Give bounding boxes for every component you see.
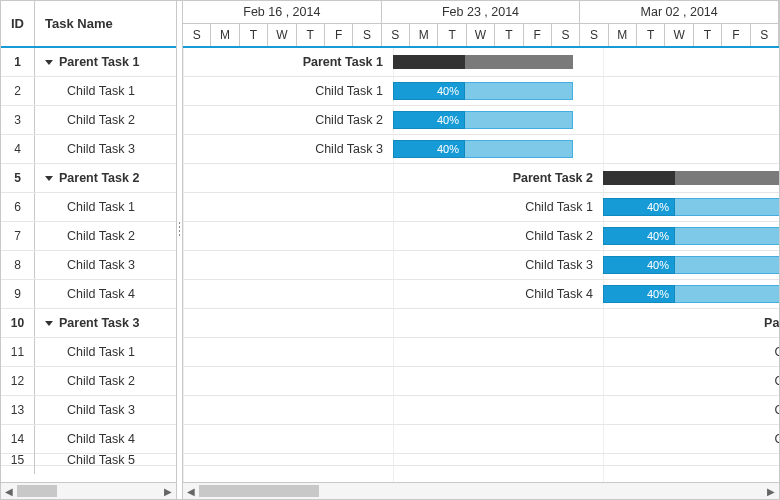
chart-row[interactable]: Child	[183, 367, 779, 396]
tree-row[interactable]: 4Child Task 3	[1, 135, 176, 164]
row-name: Child Task 3	[35, 403, 176, 417]
task-name-text: Child Task 3	[67, 403, 135, 417]
task-name-text: Child Task 3	[67, 258, 135, 272]
scroll-track[interactable]	[17, 483, 160, 499]
child-taskbar[interactable]: 40%	[393, 82, 573, 100]
task-name-text: Child Task 1	[67, 345, 135, 359]
chart-row[interactable]: Child Task 440%	[183, 280, 779, 309]
child-taskbar[interactable]: 40%	[603, 227, 779, 245]
tree-row[interactable]: 3Child Task 2	[1, 106, 176, 135]
bar-label: Parent	[183, 309, 779, 338]
task-name-text: Child Task 3	[67, 142, 135, 156]
chart-row[interactable]: Child	[183, 396, 779, 425]
row-id: 9	[1, 280, 35, 308]
scroll-right-icon[interactable]: ▶	[763, 483, 779, 499]
day-header: T	[495, 24, 523, 47]
scroll-right-icon[interactable]: ▶	[160, 483, 176, 499]
expand-caret-icon[interactable]	[45, 176, 53, 181]
day-header: T	[240, 24, 268, 47]
chart-row[interactable]: Parent	[183, 309, 779, 338]
day-header: M	[211, 24, 239, 47]
child-taskbar[interactable]: 40%	[603, 198, 779, 216]
parent-taskbar[interactable]	[393, 55, 573, 69]
scroll-left-icon[interactable]: ◀	[1, 483, 17, 499]
day-header: S	[751, 24, 779, 47]
tree-row[interactable]: 2Child Task 1	[1, 77, 176, 106]
task-name-text: Child Task 2	[67, 113, 135, 127]
bar-label: Child Task 2	[183, 222, 601, 251]
bar-label: Child	[183, 338, 779, 367]
tree-row[interactable]: 13Child Task 3	[1, 396, 176, 425]
tree-row[interactable]: 5Parent Task 2	[1, 164, 176, 193]
task-name-text: Parent Task 2	[59, 171, 139, 185]
scroll-left-icon[interactable]: ◀	[183, 483, 199, 499]
chart-row[interactable]: Child Task 240%	[183, 222, 779, 251]
bar-label: Child	[183, 367, 779, 396]
tree-row[interactable]: 6Child Task 1	[1, 193, 176, 222]
task-name-text: Child Task 4	[67, 287, 135, 301]
task-name-text: Parent Task 3	[59, 316, 139, 330]
chart-row[interactable]: Child Task 140%	[183, 77, 779, 106]
chart-row[interactable]: Child Task 340%	[183, 135, 779, 164]
scroll-thumb[interactable]	[199, 485, 319, 497]
row-name: Child Task 1	[35, 200, 176, 214]
scroll-track[interactable]	[199, 483, 763, 499]
tree-row[interactable]: 1Parent Task 1	[1, 48, 176, 77]
chart-row[interactable]: Child Task 340%	[183, 251, 779, 280]
tree-row[interactable]: 11Child Task 1	[1, 338, 176, 367]
task-name-text: Child Task 4	[67, 432, 135, 446]
day-header: T	[438, 24, 466, 47]
week-header: Feb 16 , 2014	[183, 1, 382, 23]
bar-label: Child Task 1	[183, 77, 391, 106]
bar-label: Child	[183, 425, 779, 454]
progress-fill: 40%	[603, 198, 675, 216]
row-name: Child Task 2	[35, 374, 176, 388]
tree-row[interactable]: 10Parent Task 3	[1, 309, 176, 338]
bar-label: Child Task 2	[183, 106, 391, 135]
chart-row[interactable]: Parent Task 2	[183, 164, 779, 193]
progress-fill: 40%	[393, 140, 465, 158]
chart-row[interactable]: Child Task 240%	[183, 106, 779, 135]
column-header-id[interactable]: ID	[1, 1, 35, 46]
row-name: Child Task 4	[35, 287, 176, 301]
bar-label: Child Task 3	[183, 251, 601, 280]
chart-body[interactable]: Parent Task 1Child Task 140%Child Task 2…	[183, 48, 779, 482]
expand-caret-icon[interactable]	[45, 60, 53, 65]
child-taskbar[interactable]: 40%	[603, 256, 779, 274]
tree-row[interactable]: 7Child Task 2	[1, 222, 176, 251]
tree-row[interactable]: 9Child Task 4	[1, 280, 176, 309]
child-taskbar[interactable]: 40%	[603, 285, 779, 303]
chart-row[interactable]: Child Task 140%	[183, 193, 779, 222]
row-name: Child Task 3	[35, 258, 176, 272]
parent-taskbar[interactable]	[603, 171, 779, 185]
row-id: 2	[1, 77, 35, 105]
row-id: 15	[1, 446, 35, 474]
progress-fill: 40%	[603, 256, 675, 274]
day-header: S	[183, 24, 211, 47]
row-id: 12	[1, 367, 35, 395]
scroll-thumb[interactable]	[17, 485, 57, 497]
expand-caret-icon[interactable]	[45, 321, 53, 326]
progress-fill	[603, 171, 675, 185]
chart-row[interactable]: Child	[183, 425, 779, 454]
day-header: M	[410, 24, 438, 47]
progress-fill: 40%	[393, 82, 465, 100]
child-taskbar[interactable]: 40%	[393, 111, 573, 129]
column-header-name[interactable]: Task Name	[35, 1, 176, 46]
bar-label	[183, 454, 779, 482]
tree-row[interactable]: 15Child Task 5	[1, 454, 176, 466]
tree-row[interactable]: 8Child Task 3	[1, 251, 176, 280]
chart-row[interactable]: Parent Task 1	[183, 48, 779, 77]
chart-hscroll[interactable]: ◀ ▶	[183, 482, 779, 499]
bar-label: Parent Task 2	[183, 164, 601, 193]
row-name: Child Task 3	[35, 142, 176, 156]
chart-row[interactable]: Child	[183, 338, 779, 367]
child-taskbar[interactable]: 40%	[393, 140, 573, 158]
tree-panel: ID Task Name 1Parent Task 12Child Task 1…	[1, 1, 177, 499]
day-header: S	[353, 24, 381, 47]
tree-row[interactable]: 12Child Task 2	[1, 367, 176, 396]
chart-row[interactable]	[183, 454, 779, 466]
day-header: S	[552, 24, 580, 47]
tree-hscroll[interactable]: ◀ ▶	[1, 482, 176, 499]
task-name-text: Child Task 2	[67, 374, 135, 388]
